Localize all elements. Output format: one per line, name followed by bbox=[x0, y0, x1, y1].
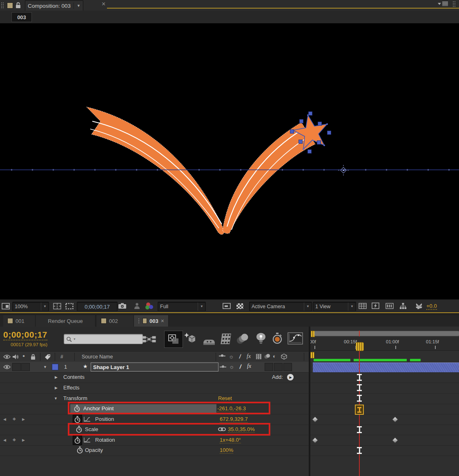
mini-flowchart-icon[interactable] bbox=[142, 336, 156, 343]
viewport-canvas[interactable] bbox=[0, 23, 459, 299]
show-snapshot-icon[interactable] bbox=[134, 303, 140, 309]
current-time-indicator[interactable] bbox=[356, 342, 364, 351]
magnification-dropdown[interactable]: 100% ▼ bbox=[12, 302, 49, 311]
index-column-label[interactable]: # bbox=[60, 354, 63, 360]
add-button[interactable]: ▶ bbox=[287, 374, 294, 380]
graph-editor-icon[interactable] bbox=[287, 332, 303, 345]
tab-close-icon[interactable]: × bbox=[102, 0, 105, 8]
exposure-value[interactable]: +0.0 bbox=[426, 303, 437, 310]
tab-001[interactable]: 001 bbox=[3, 315, 36, 327]
adjustment-layer-switch-header-icon[interactable]: ◐ bbox=[273, 353, 276, 359]
quality-switch-header-icon[interactable]: / bbox=[238, 353, 241, 360]
next-keyframe-icon[interactable]: ▶ bbox=[22, 417, 25, 421]
lock-icon[interactable] bbox=[15, 2, 21, 9]
panel-menu-icon[interactable] bbox=[438, 2, 448, 6]
layer-label-swatch[interactable] bbox=[52, 364, 58, 370]
grid-guides-icon[interactable] bbox=[359, 303, 367, 309]
region-of-interest-icon[interactable] bbox=[65, 303, 74, 309]
position-keyframe[interactable] bbox=[392, 416, 399, 423]
property-row-rotation[interactable]: ◀ ◆ ▶ Rotation 1x+48.0° bbox=[0, 435, 309, 446]
tab-close-icon[interactable]: × bbox=[161, 318, 164, 324]
panel-grip[interactable] bbox=[1, 2, 4, 9]
frame-mark-anchor-selected[interactable] bbox=[355, 405, 364, 415]
audio-column-speaker-icon[interactable] bbox=[12, 354, 19, 360]
layer-collapse-switch[interactable]: ☼ bbox=[229, 363, 234, 370]
search-input[interactable] bbox=[76, 336, 140, 343]
comp-flowchart-icon[interactable] bbox=[399, 303, 407, 309]
panel-grip-right[interactable] bbox=[452, 1, 456, 7]
property-name[interactable]: Position bbox=[95, 416, 114, 422]
prev-keyframe-icon[interactable]: ◀ bbox=[3, 438, 6, 442]
search-box[interactable]: ▼ bbox=[64, 334, 143, 344]
lock-column-icon[interactable] bbox=[30, 354, 36, 360]
rotation-keyframe[interactable] bbox=[392, 437, 399, 444]
frame-blending-icon[interactable] bbox=[220, 333, 231, 345]
layer-audio-cell[interactable] bbox=[12, 363, 21, 371]
layer-video-eye-icon[interactable] bbox=[3, 365, 11, 369]
property-name[interactable]: Contents bbox=[63, 374, 85, 380]
layer-row[interactable]: ▼ 1 ★ Shape Layer 1 ☼ / fx bbox=[0, 362, 309, 373]
transparency-grid-icon[interactable] bbox=[236, 303, 244, 309]
resolution-dropdown[interactable]: Full ▼ bbox=[158, 302, 206, 311]
brainstorm-icon[interactable] bbox=[255, 332, 267, 345]
source-name-column-label[interactable]: Source Name bbox=[82, 354, 113, 360]
rotation-keyframe[interactable] bbox=[312, 437, 319, 444]
snapshot-camera-icon[interactable] bbox=[118, 303, 127, 309]
frame-blend-switch-header-icon[interactable] bbox=[256, 354, 262, 360]
live-update-button[interactable] bbox=[164, 331, 183, 348]
twirl-closed-icon[interactable]: ▶ bbox=[55, 375, 58, 379]
search-filter-arrow-icon[interactable]: ▼ bbox=[73, 338, 76, 340]
target-region-icon[interactable] bbox=[223, 303, 231, 309]
auto-keyframe-icon[interactable] bbox=[272, 332, 283, 345]
keyframe-set-icon[interactable]: ◆ bbox=[13, 416, 16, 421]
timeline-button-icon[interactable] bbox=[385, 303, 394, 309]
fx-switch-header-icon[interactable]: fx bbox=[247, 353, 251, 360]
position-keyframe[interactable] bbox=[312, 416, 319, 423]
layer-twirl-icon[interactable]: ▼ bbox=[43, 365, 47, 369]
always-preview-icon[interactable] bbox=[2, 303, 10, 309]
layer-solo-cell[interactable] bbox=[21, 363, 30, 371]
fast-previews-icon[interactable] bbox=[372, 303, 380, 309]
keyframe-set-icon[interactable]: ◆ bbox=[13, 437, 16, 442]
reset-exposure-icon[interactable] bbox=[415, 302, 423, 310]
tab-render-queue[interactable]: Render Queue bbox=[36, 315, 96, 327]
3d-layer-switch-header-icon[interactable] bbox=[281, 354, 287, 360]
draft-3d-icon[interactable] bbox=[184, 332, 197, 345]
tab-menu-arrow-icon[interactable]: ▼ bbox=[77, 4, 80, 8]
camera-view-dropdown[interactable]: Active Camera ▼ bbox=[249, 302, 312, 311]
opacity-value[interactable]: 100% bbox=[220, 447, 233, 454]
shy-layers-icon[interactable] bbox=[203, 337, 216, 345]
current-time-display[interactable]: 0;00;00;17 bbox=[3, 330, 47, 340]
layer-shy-switch[interactable] bbox=[220, 367, 226, 370]
composition-tab[interactable]: Composition: 003 ▼ bbox=[25, 0, 83, 11]
prev-keyframe-icon[interactable]: ◀ bbox=[3, 417, 6, 421]
property-name[interactable]: Effects bbox=[63, 385, 80, 391]
label-column-tag-icon[interactable] bbox=[44, 354, 51, 360]
tab-002[interactable]: 002 bbox=[97, 315, 134, 327]
safe-margins-icon[interactable] bbox=[53, 303, 61, 309]
property-row-contents[interactable]: ▶ Contents Add: ▶ bbox=[0, 372, 309, 383]
position-value[interactable]: 672.9,329.7 bbox=[220, 416, 248, 423]
transform-reset[interactable]: Reset bbox=[218, 395, 232, 401]
stopwatch-icon[interactable] bbox=[77, 447, 83, 454]
layer-switch-cell[interactable] bbox=[265, 363, 273, 371]
twirl-open-icon[interactable]: ▼ bbox=[54, 396, 58, 400]
show-channels-icon[interactable] bbox=[145, 303, 154, 310]
motion-blur-icon[interactable] bbox=[235, 333, 249, 345]
layer-fx-switch[interactable]: fx bbox=[247, 363, 251, 369]
next-keyframe-icon[interactable]: ▶ bbox=[22, 438, 25, 442]
comp-chip[interactable]: 003 bbox=[11, 12, 32, 22]
view-layout-dropdown[interactable]: 1 View ▼ bbox=[313, 302, 356, 311]
collapse-switch-header-icon[interactable]: ☼ bbox=[229, 353, 234, 360]
panel-color-swatch[interactable] bbox=[7, 2, 13, 9]
tab-003[interactable]: 003 × bbox=[134, 315, 169, 327]
time-ruler[interactable]: 0:00f 00:15f 01:00f 01:15f bbox=[310, 337, 459, 351]
stopwatch-icon-active[interactable] bbox=[73, 436, 82, 445]
shy-switch-header-icon[interactable] bbox=[219, 356, 225, 359]
layer-duration-bar[interactable] bbox=[313, 363, 459, 373]
motion-blur-switch-header-icon[interactable] bbox=[264, 354, 271, 359]
rotation-value[interactable]: 1x+48.0° bbox=[220, 437, 241, 443]
property-row-effects[interactable]: ▶ Effects bbox=[0, 383, 309, 394]
work-area-start-bracket[interactable] bbox=[310, 352, 314, 358]
layer-quality-switch[interactable]: / bbox=[239, 363, 242, 370]
